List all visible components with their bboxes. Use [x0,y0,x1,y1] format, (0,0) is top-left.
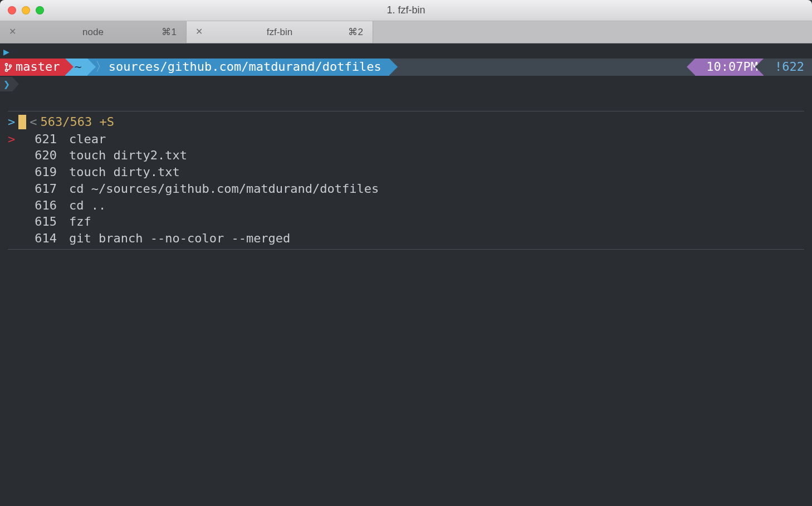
history-number: 615 [23,213,69,230]
prompt-spacer [389,59,695,76]
fzf-result-list[interactable]: > 621 clear 620 touch dirty2.txt 619 tou… [0,131,812,247]
tab-bar: ✕ node ⌘1 ✕ fzf-bin ⌘2 [0,21,812,43]
history-command: fzf [69,213,91,230]
svg-point-1 [6,69,8,71]
clock-time: 10:07PM [706,59,758,76]
prompt-chevron-icon: ❯ [0,77,12,91]
history-command: git branch --no-color --merged [69,230,290,247]
fzf-selection-caret [8,197,23,214]
fzf-selection-caret [8,213,23,230]
fzf-result-row[interactable]: 615 fzf [8,213,812,230]
terminal-body[interactable]: ▶ master ~ 〉 sources/github.com/matduran… [0,43,812,506]
cwd-path: sources/github.com/matdurand/dotfiles [109,59,381,76]
time-segment: 10:07PM [695,59,764,76]
tab-label: fzf-bin [187,27,373,38]
continuation-caret-icon: ▶ [0,43,812,59]
history-command: cd .. [69,197,106,214]
traffic-lights [0,6,44,14]
fzf-selection-caret [8,164,23,181]
separator-line [8,249,804,250]
titlebar[interactable]: 1. fzf-bin [0,0,812,21]
fzf-result-row[interactable]: 616 cd .. [8,197,812,214]
fzf-pointer-icon: < [30,114,37,131]
tab-shortcut: ⌘2 [348,26,364,38]
fzf-result-row[interactable]: 614 git branch --no-color --merged [8,230,812,247]
home-path: ~ [74,59,81,76]
tab-shortcut: ⌘1 [162,26,177,38]
history-badge: !622 [775,59,804,76]
git-branch-segment: master [0,59,65,76]
fzf-result-row[interactable]: 619 touch dirty.txt [8,164,812,181]
history-command: touch dirty2.txt [69,147,187,164]
history-command: cd ~/sources/github.com/matdurand/dotfil… [69,181,379,197]
svg-point-2 [9,65,12,67]
fzf-prompt-caret[interactable]: > [8,114,15,131]
prompt-right: 10:07PM !622 [695,59,812,76]
history-count-segment: !622 [764,59,812,76]
text-cursor-icon[interactable] [18,115,26,129]
history-number: 616 [23,197,69,214]
history-number: 621 [23,131,69,148]
fzf-match-count: 563/563 +S [41,114,114,131]
tab-fzf-bin[interactable]: ✕ fzf-bin ⌘2 [187,21,373,43]
fzf-selection-caret [8,230,23,247]
history-number: 614 [23,230,69,247]
history-number: 617 [23,181,69,197]
history-command: clear [69,131,106,148]
git-branch-icon [4,62,12,72]
path-segment: 〉 sources/github.com/matdurand/dotfiles [87,59,389,76]
fzf-selection-caret [8,181,23,197]
svg-point-0 [6,64,8,66]
powerline-prompt: master ~ 〉 sources/github.com/matdurand/… [0,59,812,76]
tab-label: node [0,27,186,38]
terminal-window: 1. fzf-bin ✕ node ⌘1 ✕ fzf-bin ⌘2 ▶ mast… [0,0,812,506]
tab-node[interactable]: ✕ node ⌘1 [0,21,187,43]
history-command: touch dirty.txt [69,164,180,181]
separator-line [8,111,804,111]
branch-name: master [16,59,60,76]
fzf-result-row[interactable]: 617 cd ~/sources/github.com/matdurand/do… [8,181,812,197]
chevron-right-icon: 〉 [95,59,107,76]
fzf-status-line: > < 563/563 +S [0,114,812,131]
history-number: 619 [23,164,69,181]
zoom-window-icon[interactable] [36,6,44,14]
fzf-selection-caret: > [8,131,23,148]
fzf-selection-caret [8,147,23,164]
minimize-window-icon[interactable] [22,6,30,14]
window-title: 1. fzf-bin [0,4,812,16]
history-number: 620 [23,147,69,164]
close-window-icon[interactable] [8,6,16,14]
fzf-result-row[interactable]: 620 touch dirty2.txt [8,147,812,164]
fzf-result-row[interactable]: > 621 clear [8,131,812,148]
